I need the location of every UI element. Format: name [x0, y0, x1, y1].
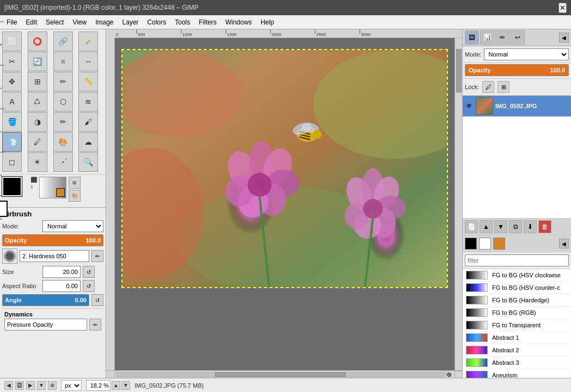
close-button[interactable]: ✕: [558, 3, 567, 13]
tool-ellipse-select[interactable]: ⭕: [28, 32, 47, 51]
menu-tools[interactable]: Tools: [170, 17, 194, 27]
zoom-up-button[interactable]: ▲: [112, 381, 120, 390]
vertical-scrollbar[interactable]: [455, 38, 462, 370]
lock-position-button[interactable]: ⊞: [498, 81, 509, 93]
gradient-item-3[interactable]: FG to BG (RGB): [463, 307, 571, 319]
tool-smudge[interactable]: ☁: [78, 132, 98, 152]
h-scroll-expand[interactable]: ⊕: [446, 371, 455, 378]
layer-item[interactable]: 👁 IMG_0502.JPG: [463, 96, 571, 117]
tool-blend[interactable]: ◑: [28, 112, 47, 132]
angle-bar[interactable]: Angle 0.00: [2, 294, 89, 306]
right-panel-expand[interactable]: ◀: [559, 33, 569, 42]
tool-transform[interactable]: 🔄: [28, 52, 47, 71]
duplicate-layer-button[interactable]: ⧉: [509, 220, 522, 233]
menu-edit[interactable]: Edit: [21, 17, 41, 27]
menu-select[interactable]: Select: [41, 17, 68, 27]
opacity-bar[interactable]: Opacity 100.0: [2, 234, 103, 246]
tool-heal[interactable]: ⬡: [53, 92, 73, 111]
gradient-white-swatch[interactable]: [479, 238, 491, 250]
tool-paths[interactable]: ✏: [53, 72, 73, 91]
tool-warp[interactable]: ≋: [78, 92, 98, 111]
pattern-icon[interactable]: ⊞: [69, 177, 81, 189]
tool-pencil[interactable]: ✏: [53, 112, 73, 132]
menu-filters[interactable]: Filters: [194, 17, 221, 27]
gradient-item-6[interactable]: Abstract 2: [463, 344, 571, 357]
aspect-ratio-input[interactable]: [42, 280, 81, 292]
palette-icon[interactable]: 🎨: [69, 190, 81, 202]
gradient-item-4[interactable]: FG to Transparent: [463, 319, 571, 332]
tool-options-panel: Airbrush Mode: Normal Opacity 100.0: [0, 207, 106, 378]
zoom-input[interactable]: [86, 380, 110, 391]
dynamics-value[interactable]: Pressure Opacity: [4, 319, 87, 331]
raise-layer-button[interactable]: ▲: [480, 220, 493, 233]
tool-flip[interactable]: ↔: [78, 52, 98, 71]
tool-fuzzy-select[interactable]: 🪄: [78, 32, 98, 51]
aspect-ratio-reset-button[interactable]: ↺: [83, 280, 95, 292]
size-input[interactable]: [42, 266, 81, 278]
menu-help[interactable]: Help: [256, 17, 279, 27]
zoom-reset-button[interactable]: ⊕: [48, 381, 57, 390]
menu-windows[interactable]: Windows: [221, 17, 256, 27]
tool-measure[interactable]: 📏: [78, 72, 98, 91]
history-panel-button[interactable]: ↩: [511, 30, 525, 45]
tool-ink[interactable]: 🖊: [28, 132, 47, 152]
titlebar-title: [IMG_0502] (imported)-1.0 (RGB color, 1 …: [4, 4, 199, 11]
gradient-item-5[interactable]: Abstract 1: [463, 332, 571, 344]
zoom-down-button[interactable]: ▼: [121, 381, 130, 390]
h-scroll-track[interactable]: [116, 372, 445, 377]
delete-layer-button[interactable]: 🗑: [538, 220, 551, 233]
brush-edit-button[interactable]: ✏: [91, 250, 103, 262]
tool-my-paint-brush[interactable]: 🎨: [53, 132, 73, 152]
nav-menu-button[interactable]: ▼: [37, 381, 46, 390]
gradient-color-swatches: [465, 238, 505, 250]
background-color[interactable]: [0, 201, 8, 217]
menu-view[interactable]: View: [68, 17, 91, 27]
mode-select[interactable]: Normal: [42, 220, 103, 232]
channels-panel-button[interactable]: 📊: [480, 30, 494, 45]
new-layer-button[interactable]: 📄: [465, 220, 478, 233]
lower-layer-button[interactable]: ▼: [494, 220, 507, 233]
gradient-item-7[interactable]: Abstract 3: [463, 357, 571, 369]
tool-align[interactable]: ⊞: [28, 72, 47, 91]
nav-prev-button[interactable]: ◀: [4, 381, 13, 390]
paths-panel-button[interactable]: ✏: [495, 30, 509, 45]
gradient-item-8[interactable]: Aneurism: [463, 369, 571, 378]
gradient-item-2[interactable]: FG to BG (Hardedge): [463, 294, 571, 307]
dynamics-edit-button[interactable]: ✏: [89, 319, 101, 331]
nav-next-button[interactable]: ▶: [26, 381, 35, 390]
gradient-filter-input[interactable]: [465, 254, 569, 266]
menu-colors[interactable]: Colors: [143, 17, 171, 27]
gradient-item-0[interactable]: FG to BG (HSV clockwise: [463, 269, 571, 282]
anchor-layer-button[interactable]: ⬇: [524, 220, 537, 233]
menu-image[interactable]: Image: [91, 17, 118, 27]
tool-perspective[interactable]: ⌗: [53, 52, 73, 71]
tool-free-select[interactable]: 🔗: [53, 32, 73, 51]
tool-clone[interactable]: ♺: [28, 92, 47, 111]
tool-zoom[interactable]: 🔍: [78, 152, 98, 172]
layer-visibility-toggle[interactable]: 👁: [465, 102, 474, 110]
canvas-viewport[interactable]: [115, 38, 455, 370]
brush-name-field[interactable]: 2. Hardness 050: [20, 250, 89, 262]
foreground-color[interactable]: [2, 177, 22, 196]
v-scroll-thumb[interactable]: [456, 49, 462, 92]
gradients-expand-button[interactable]: ◀: [559, 239, 569, 248]
gradient-orange-swatch[interactable]: [493, 238, 505, 250]
layer-opacity-bar[interactable]: Opacity 100.0: [465, 64, 569, 76]
layers-panel-button[interactable]: 🖼: [465, 30, 479, 45]
angle-edit-button[interactable]: ↺: [91, 294, 103, 306]
gradient-black-swatch[interactable]: [465, 238, 477, 250]
h-scroll-thumb[interactable]: [215, 372, 346, 377]
layer-mode-select[interactable]: Normal: [484, 48, 569, 60]
lock-pixels-button[interactable]: 🖊: [482, 81, 494, 93]
gradient-name-1: FG to BG (HSV counter-c: [492, 284, 560, 291]
horizontal-scrollbar[interactable]: ⊕: [106, 370, 462, 378]
menu-layer[interactable]: Layer: [118, 17, 143, 27]
gradient-item-1[interactable]: FG to BG (HSV counter-c: [463, 282, 571, 294]
h-scroll-left: [106, 371, 115, 378]
tool-dodge[interactable]: ☀: [28, 152, 47, 172]
tool-color-picker[interactable]: 💉: [53, 152, 73, 172]
unit-select[interactable]: px: [61, 380, 82, 391]
brush-preview[interactable]: [39, 177, 66, 198]
tool-paintbrush[interactable]: 🖌: [78, 112, 98, 132]
size-reset-button[interactable]: ↺: [83, 266, 95, 278]
